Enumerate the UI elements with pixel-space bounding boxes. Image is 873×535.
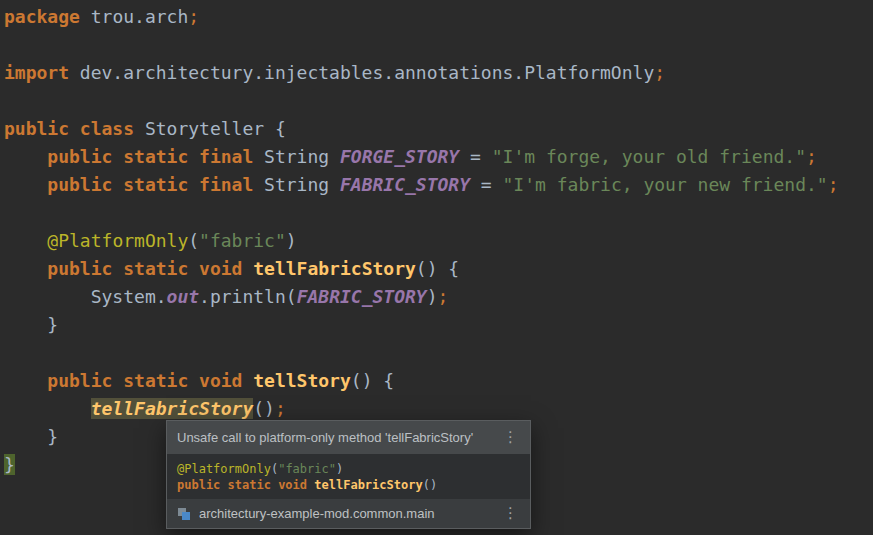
code-token: FABRIC_STORY	[297, 286, 427, 307]
code-line: public class Storyteller {	[4, 115, 873, 143]
code-token: public static void	[47, 370, 253, 391]
method-signature: @PlatformOnly("fabric")public static voi…	[177, 461, 520, 493]
code-token	[4, 230, 47, 251]
code-token: ;	[188, 6, 199, 27]
inspection-popup-footer: architectury-example-mod.common.main ⋮	[167, 499, 530, 528]
code-token: tellFabricStory	[314, 478, 422, 492]
code-token	[4, 258, 47, 279]
code-token	[4, 398, 91, 419]
code-token: }	[4, 314, 58, 335]
code-token: ;	[806, 146, 817, 167]
code-token: () {	[416, 258, 459, 279]
code-token: }	[4, 454, 15, 475]
module-icon	[177, 507, 191, 521]
code-line: public static final String FORGE_STORY =…	[4, 143, 873, 171]
code-token: dev.architectury.injectables.annotations…	[80, 62, 654, 83]
inspection-popup-body: @PlatformOnly("fabric")public static voi…	[167, 454, 530, 499]
code-token: FORGE_STORY	[340, 146, 459, 167]
code-line: System.out.println(FABRIC_STORY);	[4, 283, 873, 311]
code-token	[4, 146, 47, 167]
code-token: ;	[438, 286, 449, 307]
code-line	[4, 199, 873, 227]
code-token: public static void	[177, 478, 314, 492]
code-token	[4, 370, 47, 391]
code-token: "I'm forge, your old friend."	[492, 146, 806, 167]
code-token: ;	[275, 398, 286, 419]
code-line	[4, 31, 873, 59]
inspection-popup: Unsafe call to platform-only method 'tel…	[166, 420, 531, 529]
code-token: )	[336, 462, 343, 476]
code-token: "fabric"	[199, 230, 286, 251]
code-token: ()	[423, 478, 437, 492]
code-token: ;	[654, 62, 665, 83]
code-token: trou.arch	[91, 6, 189, 27]
code-token: public static void	[47, 258, 253, 279]
code-token: }	[4, 426, 58, 447]
module-name: architectury-example-mod.common.main	[199, 506, 493, 521]
code-token: System.	[4, 286, 167, 307]
code-token: public static final	[47, 174, 264, 195]
code-token: package	[4, 6, 91, 27]
code-token: String	[264, 174, 340, 195]
code-token: tellStory	[253, 370, 351, 391]
code-line: public static final String FABRIC_STORY …	[4, 171, 873, 199]
code-token: "I'm fabric, your new friend."	[503, 174, 828, 195]
code-line: tellFabricStory();	[4, 395, 873, 423]
code-line: package trou.arch;	[4, 3, 873, 31]
code-token: public static final	[47, 146, 264, 167]
code-token: (	[188, 230, 199, 251]
code-token: ;	[828, 174, 839, 195]
code-token: =	[459, 146, 492, 167]
inspection-popup-header: Unsafe call to platform-only method 'tel…	[167, 421, 530, 454]
code-token: =	[470, 174, 503, 195]
code-token: String	[264, 146, 340, 167]
more-options-icon[interactable]: ⋮	[501, 430, 520, 445]
code-line: @PlatformOnly("fabric")	[4, 227, 873, 255]
code-token: .println(	[199, 286, 297, 307]
code-token: public class	[4, 118, 145, 139]
code-token: )	[286, 230, 297, 251]
code-token: ()	[253, 398, 275, 419]
code-line	[4, 87, 873, 115]
code-token: @PlatformOnly	[47, 230, 188, 251]
inspection-warning-text: Unsafe call to platform-only method 'tel…	[177, 430, 473, 445]
code-token: )	[427, 286, 438, 307]
code-token: out	[167, 286, 200, 307]
code-line: public static void tellStory() {	[4, 367, 873, 395]
code-line: public static void tellFabricStory() {	[4, 255, 873, 283]
code-line: }	[4, 311, 873, 339]
code-line	[4, 339, 873, 367]
code-line: import dev.architectury.injectables.anno…	[4, 59, 873, 87]
code-token: () {	[351, 370, 394, 391]
code-token: @PlatformOnly	[177, 462, 271, 476]
code-line: public static void tellFabricStory()	[177, 477, 520, 493]
code-line: @PlatformOnly("fabric")	[177, 461, 520, 477]
code-token	[4, 174, 47, 195]
more-options-icon[interactable]: ⋮	[501, 506, 520, 521]
code-token: tellFabricStory	[91, 398, 254, 419]
code-token: import	[4, 62, 80, 83]
code-token: "fabric"	[278, 462, 336, 476]
code-token: tellFabricStory	[253, 258, 416, 279]
code-token: FABRIC_STORY	[340, 174, 470, 195]
code-token: Storyteller {	[145, 118, 286, 139]
